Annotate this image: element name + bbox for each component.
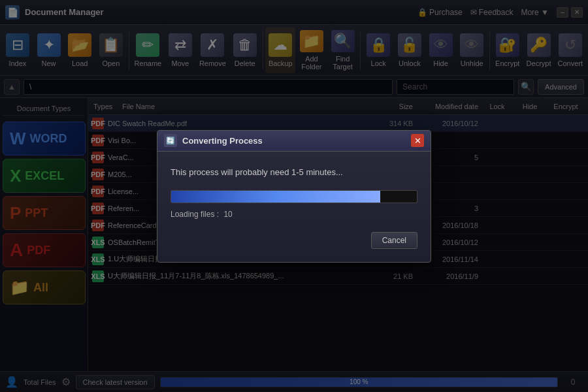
modal-progress-fill [171,191,380,203]
modal-title: Converting Process [182,136,411,146]
modal-icon: 🔄 [164,134,177,147]
loading-count: 10 [223,210,232,219]
modal-body: This process will probably need 1-5 minu… [157,152,431,262]
modal-loading-text: Loading files : 10 [171,210,417,219]
loading-label: Loading files : [171,210,219,219]
modal-progress-bar [171,190,417,203]
modal-title-bar: 🔄 Converting Process ✕ [157,131,431,152]
modal-message: This process will probably need 1-5 minu… [171,167,417,177]
modal-overlay: 🔄 Converting Process ✕ This process will… [0,0,588,392]
converting-modal: 🔄 Converting Process ✕ This process will… [157,130,431,263]
modal-footer: Cancel [171,232,417,249]
modal-close-btn[interactable]: ✕ [411,134,424,147]
modal-cancel-btn[interactable]: Cancel [371,232,417,249]
